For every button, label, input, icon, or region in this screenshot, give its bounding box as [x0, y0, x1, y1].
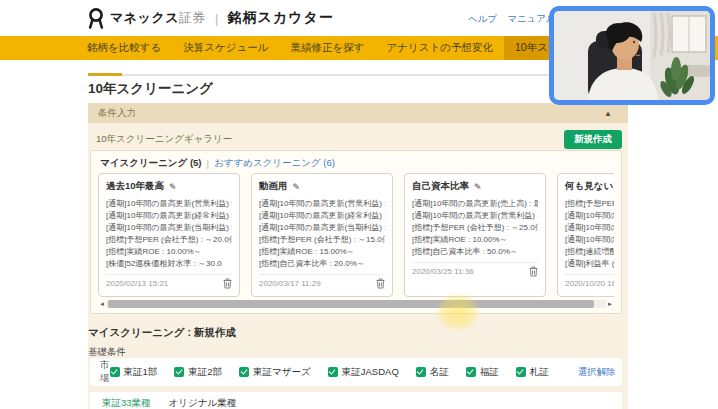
- industry-tabs-panel: 東証33業種オリジナル業種: [90, 392, 622, 409]
- market-checkbox-札証[interactable]: 札証: [516, 366, 549, 379]
- cards-row: 過去10年最高 ✎ [通期]10年間の最高更新(営業利益) : 最…[通期]10…: [98, 173, 614, 297]
- market-checkbox-東証1部[interactable]: 東証1部: [110, 366, 158, 379]
- checkbox-label: 東証1部: [124, 366, 158, 379]
- industry-tab-東証33業種[interactable]: 東証33業種: [102, 397, 151, 409]
- checkbox-checked-icon[interactable]: [174, 367, 184, 377]
- checkbox-checked-icon[interactable]: [328, 367, 338, 377]
- monex-logo[interactable]: マネックス証券 | 銘柄スカウター: [86, 7, 334, 29]
- card-condition-line: [通期]10年間の最高更新(営業利益) : 最…: [106, 198, 232, 210]
- card-condition-line: [通期]10年間の最高更新(営業利益) : 最…: [412, 210, 538, 222]
- card-condition-line: [指標]実績ROE : 15.00%～: [259, 246, 385, 258]
- card-condition-line: [通期]10年間の最高更新(当期利益) : 最…: [259, 222, 385, 234]
- condition-input-label: 条件入力: [98, 107, 136, 120]
- card-condition-line: [通期]10年間の最高更新(売上高) : 最高…: [412, 198, 538, 210]
- card-title: 過去10年最高: [106, 180, 164, 193]
- checkbox-label: 東証マザーズ: [253, 366, 311, 379]
- checkbox-label: 東証2部: [188, 366, 222, 379]
- card-condition-line: [通期]10年間の増: [565, 234, 614, 246]
- scroll-right-icon[interactable]: ►: [606, 301, 614, 307]
- card-date: 2020/10/20 16:2: [565, 279, 614, 288]
- market-options: 東証1部東証2部東証マザーズ東証JASDAQ名証福証札証: [110, 366, 566, 379]
- nav-tab-業績修正を探す[interactable]: 業績修正を探す: [279, 36, 375, 60]
- market-checkbox-東証JASDAQ[interactable]: 東証JASDAQ: [328, 366, 399, 379]
- screening-gallery: マイスクリーニング (5) | おすすめスクリーニング (6) 過去10年最高 …: [90, 150, 622, 314]
- screening-card[interactable]: 動画用 ✎ [通期]10年間の最高更新(営業利益) : 最…[通期]10年間の最…: [251, 173, 393, 297]
- card-condition-line: [通期]10年間の最高更新(経常利益) : 最…: [259, 210, 385, 222]
- checkbox-checked-icon[interactable]: [416, 367, 426, 377]
- horizontal-scrollbar: ◄ ►: [98, 299, 614, 308]
- trash-icon[interactable]: [529, 266, 538, 277]
- scrollbar-thumb[interactable]: [108, 300, 594, 308]
- edit-pencil-icon[interactable]: ✎: [293, 182, 301, 192]
- gallery-title: 10年スクリーニングギャラリー: [96, 133, 232, 146]
- trash-icon[interactable]: [223, 278, 232, 289]
- card-title: 何も見ないで買: [565, 180, 614, 193]
- gallery-tabs: マイスクリーニング (5) | おすすめスクリーニング (6): [100, 157, 335, 170]
- create-new-button[interactable]: 新規作成: [564, 130, 622, 149]
- screening-card[interactable]: 過去10年最高 ✎ [通期]10年間の最高更新(営業利益) : 最…[通期]10…: [98, 173, 240, 297]
- market-filter-row: 市場 東証1部東証2部東証マザーズ東証JASDAQ名証福証札証 選択解除: [90, 358, 622, 386]
- screening-card[interactable]: 何も見ないで買 ✎ [指標]予想PER (会[通期]10年間の増[通期]10年間…: [557, 173, 614, 297]
- edit-pencil-icon[interactable]: ✎: [474, 182, 482, 192]
- clear-selection-link[interactable]: 選択解除: [578, 366, 616, 379]
- monex-logo-icon: [86, 7, 106, 29]
- card-condition-line: [通期]10年間の最高更新(当期利益) : 最…: [106, 222, 232, 234]
- card-title: 動画用: [259, 180, 288, 193]
- market-checkbox-東証2部[interactable]: 東証2部: [174, 366, 222, 379]
- card-condition-line: [通期]10年間の増: [565, 210, 614, 222]
- card-condition-line: [指標]予想PER (会社予想) : ～20.0倍: [106, 234, 232, 246]
- checkbox-label: 札証: [530, 366, 549, 379]
- trash-icon[interactable]: [376, 278, 385, 289]
- collapse-arrow-icon[interactable]: ▲: [604, 109, 612, 118]
- card-date: 2020/02/13 15:21: [106, 279, 168, 288]
- card-date: 2020/03/25 11:36: [412, 267, 474, 276]
- page-title: 10年スクリーニング: [88, 80, 213, 98]
- tab-separator: |: [207, 158, 209, 169]
- card-condition-line: [指標]実績ROE : 10.00%～: [412, 234, 538, 246]
- card-title: 自己資本比率: [412, 180, 469, 193]
- industry-tabs: 東証33業種オリジナル業種: [90, 392, 622, 409]
- tab-my-screening[interactable]: マイスクリーニング (5): [100, 157, 202, 170]
- card-conditions: [通期]10年間の最高更新(営業利益) : 最…[通期]10年間の最高更新(経常…: [106, 198, 232, 270]
- webcam-overlay: [549, 6, 715, 105]
- card-conditions: [指標]予想PER (会[通期]10年間の増[通期]10年間の増[通期]10年間…: [565, 198, 614, 270]
- screening-card[interactable]: 自己資本比率 ✎ [通期]10年間の最高更新(売上高) : 最高…[通期]10年…: [404, 173, 546, 297]
- checkbox-label: 福証: [480, 366, 499, 379]
- tab-recommended-screening[interactable]: おすすめスクリーニング (6): [214, 157, 335, 170]
- checkbox-checked-icon[interactable]: [239, 367, 249, 377]
- card-condition-line: [株価]52週株価相対水準 : ～30.0: [106, 258, 232, 270]
- logo-divider: |: [215, 11, 218, 26]
- card-condition-line: [通期]10年間の最高更新(営業利益) : 最…: [259, 198, 385, 210]
- industry-tab-オリジナル業種[interactable]: オリジナル業種: [169, 397, 237, 409]
- market-checkbox-東証マザーズ[interactable]: 東証マザーズ: [239, 366, 311, 379]
- card-date: 2020/03/17 11:29: [259, 279, 321, 288]
- product-name: 銘柄スカウター: [227, 9, 333, 27]
- nav-tab-アナリストの予想変化[interactable]: アナリストの予想変化: [375, 36, 503, 60]
- condition-input-accordion[interactable]: 条件入力 ▲: [88, 103, 628, 123]
- card-condition-line: [通期]10年間の増: [565, 222, 614, 234]
- card-condition-line: [指標]自己資本比率 : 20.0%～: [259, 258, 385, 270]
- checkbox-checked-icon[interactable]: [516, 367, 526, 377]
- checkbox-label: 東証JASDAQ: [342, 366, 399, 379]
- card-condition-line: [指標]予想PER (会社予想) : ～15.0倍: [259, 234, 385, 246]
- card-conditions: [通期]10年間の最高更新(売上高) : 最高…[通期]10年間の最高更新(営業…: [412, 198, 538, 258]
- edit-pencil-icon[interactable]: ✎: [169, 182, 177, 192]
- checkbox-checked-icon[interactable]: [110, 367, 120, 377]
- header-link-0[interactable]: ヘルプ: [468, 13, 497, 26]
- title-rule-accent: [88, 73, 122, 76]
- nav-tab-銘柄を比較する[interactable]: 銘柄を比較する: [76, 36, 172, 60]
- webcam-scene: [554, 11, 710, 100]
- card-conditions: [通期]10年間の最高更新(営業利益) : 最…[通期]10年間の最高更新(経常…: [259, 198, 385, 270]
- scroll-left-icon[interactable]: ◄: [98, 301, 106, 307]
- scrollbar-track[interactable]: [106, 300, 606, 308]
- card-condition-line: [指標]自己資本比率 : 50.0%～: [412, 246, 538, 258]
- card-condition-line: [通期]利益率 (3/5: [565, 258, 614, 270]
- nav-tab-決算スケジュール[interactable]: 決算スケジュール: [172, 36, 279, 60]
- card-condition-line: [指標]予想PER (会社予想) : ～25.0倍: [412, 222, 538, 234]
- brand-text: マネックス証券: [110, 9, 206, 27]
- market-label: 市場: [100, 359, 110, 385]
- market-checkbox-福証[interactable]: 福証: [466, 366, 499, 379]
- checkbox-checked-icon[interactable]: [466, 367, 476, 377]
- title-rule: [88, 74, 628, 76]
- market-checkbox-名証[interactable]: 名証: [416, 366, 449, 379]
